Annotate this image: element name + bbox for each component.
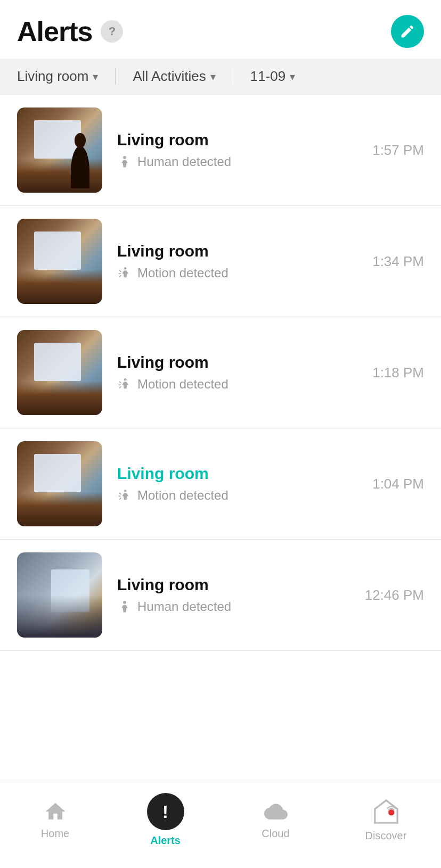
alert-item[interactable]: Living room Human detected 12:46 PM bbox=[0, 540, 441, 651]
alert-type: Motion detected bbox=[117, 488, 357, 503]
alert-info: Living room Human detected bbox=[117, 131, 357, 169]
svg-point-15 bbox=[388, 809, 394, 815]
nav-label-alerts: Alerts bbox=[150, 834, 181, 847]
motion-icon bbox=[117, 377, 132, 392]
alert-room-name: Living room bbox=[117, 465, 357, 483]
svg-point-0 bbox=[123, 156, 126, 159]
alert-type-label: Motion detected bbox=[137, 488, 228, 503]
alert-time: 1:04 PM bbox=[372, 476, 424, 492]
alert-info: Living room Motion detected bbox=[117, 465, 357, 503]
alert-type: Human detected bbox=[117, 154, 357, 169]
nav-item-home[interactable]: Home bbox=[0, 800, 110, 840]
filter-date-arrow: ▾ bbox=[290, 70, 295, 83]
alert-thumbnail bbox=[17, 552, 102, 638]
cloud-icon bbox=[264, 800, 288, 823]
svg-line-4 bbox=[120, 276, 121, 277]
edit-button[interactable] bbox=[391, 15, 424, 48]
alert-room-name: Living room bbox=[117, 242, 357, 260]
svg-line-8 bbox=[120, 387, 121, 388]
filter-date-label: 11-09 bbox=[250, 68, 286, 85]
nav-item-cloud[interactable]: Cloud bbox=[220, 800, 331, 840]
bottom-nav: Home Alerts Cloud Discover bbox=[0, 782, 441, 868]
nav-item-alerts[interactable]: Alerts bbox=[110, 793, 220, 847]
alert-type-label: Human detected bbox=[137, 599, 231, 614]
alert-time: 1:34 PM bbox=[372, 253, 424, 270]
filter-room-label: Living room bbox=[17, 68, 88, 85]
home-icon bbox=[44, 800, 67, 823]
motion-icon bbox=[117, 266, 132, 280]
pencil-icon bbox=[399, 23, 415, 39]
svg-line-2 bbox=[120, 270, 121, 271]
alert-type-label: Motion detected bbox=[137, 377, 228, 392]
alert-info: Living room Human detected bbox=[117, 576, 350, 614]
alert-thumbnail bbox=[17, 330, 102, 415]
alert-room-name: Living room bbox=[117, 353, 357, 371]
alert-type-label: Motion detected bbox=[137, 266, 228, 280]
filter-activity-label: All Activities bbox=[133, 68, 206, 85]
page-title: Alerts bbox=[17, 15, 92, 47]
filter-room-arrow: ▾ bbox=[93, 70, 98, 83]
svg-line-10 bbox=[120, 493, 121, 494]
alert-time: 1:57 PM bbox=[372, 142, 424, 159]
svg-point-13 bbox=[123, 601, 126, 604]
filter-activity[interactable]: All Activities ▾ bbox=[133, 68, 233, 85]
alert-time: 1:18 PM bbox=[372, 365, 424, 381]
alert-type-label: Human detected bbox=[137, 154, 231, 169]
discover-icon bbox=[372, 798, 400, 825]
nav-label-discover: Discover bbox=[365, 830, 407, 842]
svg-point-5 bbox=[124, 378, 127, 381]
alert-type: Motion detected bbox=[117, 266, 357, 280]
alert-thumbnail bbox=[17, 108, 102, 193]
nav-item-discover[interactable]: Discover bbox=[331, 798, 441, 842]
alert-item[interactable]: Living room Motion detected 1:34 PM bbox=[0, 206, 441, 317]
alert-list-container: Living room Human detected 1:57 PM Livin… bbox=[0, 94, 441, 651]
header: Alerts ? bbox=[0, 0, 441, 59]
svg-point-1 bbox=[124, 267, 127, 270]
alert-thumbnail bbox=[17, 219, 102, 304]
alert-item[interactable]: Living room Motion detected 1:04 PM bbox=[0, 428, 441, 540]
alert-room-name: Living room bbox=[117, 131, 357, 149]
filter-date[interactable]: 11-09 ▾ bbox=[250, 68, 313, 85]
filter-activity-arrow: ▾ bbox=[210, 70, 216, 83]
alert-room-name: Living room bbox=[117, 576, 350, 594]
motion-icon bbox=[117, 488, 132, 503]
alert-item[interactable]: Living room Human detected 1:57 PM bbox=[0, 94, 441, 206]
alert-list: Living room Human detected 1:57 PM Livin… bbox=[0, 94, 441, 651]
alert-item[interactable]: Living room Motion detected 1:18 PM bbox=[0, 317, 441, 428]
alert-info: Living room Motion detected bbox=[117, 242, 357, 280]
alert-info: Living room Motion detected bbox=[117, 353, 357, 392]
svg-line-12 bbox=[120, 498, 121, 499]
alerts-icon bbox=[147, 793, 184, 830]
filter-room[interactable]: Living room ▾ bbox=[17, 68, 116, 85]
alert-time: 12:46 PM bbox=[365, 587, 424, 604]
alert-type: Motion detected bbox=[117, 377, 357, 392]
alert-type: Human detected bbox=[117, 599, 350, 614]
human-icon bbox=[117, 599, 132, 614]
header-left: Alerts ? bbox=[17, 15, 123, 47]
svg-point-9 bbox=[124, 490, 127, 492]
svg-line-6 bbox=[120, 382, 121, 383]
nav-label-home: Home bbox=[41, 828, 69, 840]
nav-label-cloud: Cloud bbox=[262, 828, 289, 840]
filter-bar: Living room ▾ All Activities ▾ 11-09 ▾ bbox=[0, 59, 441, 94]
help-icon[interactable]: ? bbox=[101, 20, 123, 43]
human-icon bbox=[117, 154, 132, 169]
alert-thumbnail bbox=[17, 441, 102, 526]
